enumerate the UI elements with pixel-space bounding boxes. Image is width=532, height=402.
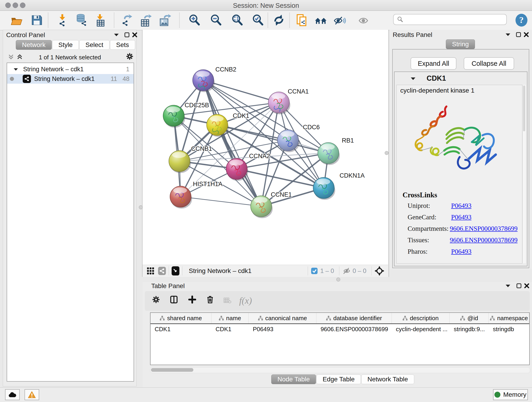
network-node-CCNE1[interactable]: CCNE1	[251, 191, 292, 218]
crosslink-link[interactable]: 9606.ENSP00000378699	[450, 225, 518, 232]
string-network-graph[interactable]: CCNB2CCNA1CDC25BCDK1CDC6RB1CCNB1CCNA2CDK…	[143, 30, 388, 265]
network-row-selected[interactable]: String Network – cdk1 11 48	[7, 74, 133, 84]
show-columns-icon[interactable]	[170, 296, 178, 303]
tab-network[interactable]: Network	[16, 40, 52, 50]
control-panel-menu-icon[interactable]	[113, 32, 120, 38]
tab-sets[interactable]: Sets	[110, 40, 135, 50]
show-all-icon[interactable]	[356, 13, 370, 27]
search-field[interactable]	[393, 14, 507, 25]
tree-expand-icon[interactable]	[13, 68, 18, 71]
birdseye-view-icon[interactable]	[172, 268, 179, 274]
zoom-in-icon[interactable]	[187, 13, 201, 27]
search-input[interactable]	[403, 16, 503, 23]
zoom-fit-icon[interactable]	[230, 13, 244, 27]
column-header-description[interactable]: description	[392, 313, 450, 323]
fit-selected-crosshair-icon[interactable]	[374, 266, 385, 276]
import-network-database-icon[interactable]	[74, 13, 88, 27]
help-icon[interactable]: ?	[515, 13, 528, 27]
warnings-button[interactable]	[25, 389, 39, 400]
table-tab-node-table[interactable]: Node Table	[271, 375, 316, 384]
cloud-button[interactable]	[5, 389, 20, 400]
network-canvas[interactable]: CCNB2CCNA1CDC25BCDK1CDC6RB1CCNB1CCNA2CDK…	[143, 30, 388, 265]
houses-icon[interactable]	[314, 13, 328, 27]
table-row[interactable]: CDK1CDK1P064939606.ENSP00000378699cyclin…	[151, 324, 529, 334]
table-cell[interactable]: stringdb:9...	[450, 324, 489, 334]
save-session-icon[interactable]	[30, 13, 44, 27]
network-edge[interactable]	[181, 197, 261, 206]
network-node-HIST1H1A[interactable]: HIST1H1A	[170, 181, 222, 209]
delete-column-trash-icon[interactable]	[206, 296, 214, 303]
expand-all-button[interactable]: Expand All	[411, 57, 456, 70]
column-header-name[interactable]: name	[211, 313, 249, 323]
table-panel: Table Panel f(x) shared namenamecanonica…	[143, 282, 532, 387]
results-vertical-scrollbar[interactable]	[522, 85, 526, 263]
control-panel-tabs: NetworkStyleSelectSets	[16, 40, 136, 50]
network-node-CDC25B[interactable]: CDC25B	[163, 102, 209, 128]
crosslink-link[interactable]: P06493	[451, 248, 472, 255]
open-file-icon[interactable]	[10, 13, 23, 27]
network-node-CCNA1[interactable]: CCNA1	[268, 88, 309, 114]
selected-checkbox-icon[interactable]	[311, 267, 318, 274]
table-cell[interactable]: stringdb	[489, 324, 529, 334]
tab-style[interactable]: Style	[52, 40, 79, 50]
hidden-eye-icon[interactable]	[342, 268, 350, 274]
crosslink-link[interactable]: P06493	[451, 213, 472, 221]
crosslink-link[interactable]: 9606.ENSP00000378699	[450, 236, 518, 244]
results-panel-float-icon[interactable]	[515, 31, 522, 38]
table-cell[interactable]: 9606.ENSP00000378699	[317, 324, 392, 334]
memory-button[interactable]: Memory	[493, 389, 528, 400]
table-tab-network-table[interactable]: Network Table	[361, 375, 414, 384]
table-cell[interactable]: P06493	[249, 324, 317, 334]
scrollbar-thumb[interactable]	[523, 85, 525, 131]
zoom-selected-icon[interactable]	[251, 13, 265, 27]
grid-view-icon[interactable]	[147, 268, 154, 274]
horizontal-splitter-handle[interactable]	[336, 278, 340, 281]
export-table-icon[interactable]	[139, 13, 152, 27]
scrollbar-thumb[interactable]	[151, 368, 193, 372]
column-header-@id[interactable]: @id	[450, 313, 489, 323]
table-panel-menu-icon[interactable]	[504, 282, 512, 289]
export-network-icon[interactable]	[119, 13, 133, 27]
table-horizontal-scrollbar[interactable]	[150, 367, 530, 373]
network-share-icon[interactable]	[158, 268, 166, 274]
network-options-gear-icon[interactable]	[126, 53, 133, 60]
network-node-CDKN1A[interactable]: CDKN1A	[313, 172, 365, 200]
results-tab-string[interactable]: String	[446, 39, 475, 49]
control-panel-close-icon[interactable]	[131, 32, 139, 38]
section-collapse-icon[interactable]	[411, 77, 416, 80]
results-panel-menu-icon[interactable]	[504, 31, 512, 38]
table-cell[interactable]: cyclin-dependent ...	[392, 324, 450, 334]
import-table-file-icon[interactable]	[94, 13, 107, 27]
left-splitter[interactable]	[142, 30, 143, 277]
collapse-all-button[interactable]: Collapse All	[464, 57, 514, 70]
right-splitter[interactable]	[389, 30, 389, 277]
column-header-namespace[interactable]: namespace	[489, 313, 529, 323]
network-node-RB1[interactable]: RB1	[318, 137, 354, 165]
zoom-out-icon[interactable]	[209, 13, 223, 27]
tab-select[interactable]: Select	[79, 40, 109, 50]
table-settings-gear-icon[interactable]	[152, 296, 160, 303]
table-cell[interactable]: CDK1	[151, 324, 211, 334]
hide-selected-icon[interactable]	[333, 13, 346, 27]
export-image-icon[interactable]	[158, 13, 172, 27]
column-header-canonical-name[interactable]: canonical name	[249, 313, 317, 323]
table-tab-edge-table[interactable]: Edge Table	[317, 375, 361, 384]
apply-preferred-layout-icon[interactable]	[272, 13, 286, 27]
add-column-icon[interactable]	[188, 296, 196, 303]
node-gloss	[172, 152, 186, 158]
column-header-database-identifier[interactable]: database identifier	[317, 313, 392, 323]
table-panel-float-icon[interactable]	[515, 282, 523, 289]
import-network-file-icon[interactable]	[56, 13, 69, 27]
control-panel-float-icon[interactable]	[123, 32, 131, 38]
table-panel-close-icon[interactable]	[523, 282, 531, 289]
table-cell[interactable]: CDK1	[211, 324, 249, 334]
warning-icon	[28, 391, 36, 398]
results-panel-close-icon[interactable]	[522, 31, 530, 38]
network-collection-row[interactable]: String Network – cdk1 1	[7, 64, 133, 74]
crosslink-link[interactable]: P06493	[451, 202, 472, 210]
column-header-shared-name[interactable]: shared name	[151, 313, 211, 323]
clone-network-icon[interactable]	[295, 13, 309, 27]
right-splitter-handle[interactable]	[385, 151, 389, 155]
left-splitter-handle[interactable]	[139, 205, 143, 209]
crosslinks-heading: CrossLinks	[403, 191, 437, 199]
